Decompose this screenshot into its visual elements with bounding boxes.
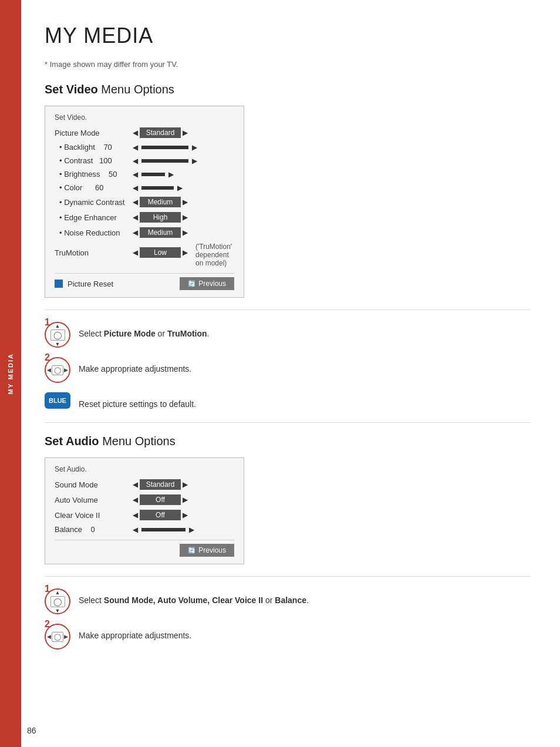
noise-reduction-label: • Noise Reduction [55,228,131,237]
set-video-step-2: 2 ◀ ◯ ▶ Make appropriate adjustments. [45,357,531,383]
balance-slider [141,528,185,531]
set-video-step-2-text: Make appropriate adjustments. [79,357,191,375]
picture-mode-label: Picture Mode [55,129,131,137]
balance-label: Balance 0 [55,525,131,534]
audio-left-right-icon: ◀ ◯ ▶ [47,632,68,642]
set-video-steps: 1 ▲ ◯ ▼ Select Picture Mode or TruMotion… [45,322,531,410]
contrast-slider [141,159,188,163]
divider-1 [45,309,531,310]
brightness-right-arrow[interactable]: ▶ [167,170,176,179]
previous-label: Previous [198,280,226,288]
dynamic-contrast-left-arrow[interactable]: ◀ [131,198,140,206]
trumotion-row-wrapper: TruMotion ◀ Low ▶ ('TruMotion' dependent… [55,243,234,267]
contrast-row: • Contrast 100 ◀ ▶ [55,156,234,165]
edge-enhancer-row: • Edge Enhancer ◀ High ▶ [55,212,234,223]
clear-voice-left-arrow[interactable]: ◀ [131,511,140,519]
dynamic-contrast-label: • Dynamic Contrast [55,198,131,207]
balance-left-arrow[interactable]: ◀ [131,526,140,534]
picture-mode-value: Standard [140,127,181,138]
noise-reduction-value: Medium [140,227,181,238]
set-video-previous-button[interactable]: 🔄 Previous [180,277,234,290]
sound-mode-value: Standard [140,479,181,490]
noise-reduction-row: • Noise Reduction ◀ Medium ▶ [55,227,234,238]
picture-mode-right-arrow[interactable]: ▶ [181,129,190,137]
auto-volume-row: Auto Volume ◀ Off ▶ [55,494,234,505]
blue-square-icon [55,280,63,288]
trumotion-left-arrow[interactable]: ◀ [131,248,140,257]
set-audio-step-2: 2 ◀ ◯ ▶ Make appropriate adjustments. [45,624,531,650]
backlight-slider [141,146,188,149]
auto-volume-right-arrow[interactable]: ▶ [181,496,190,504]
main-content: MY MEDIA * Image shown may differ from y… [21,0,560,682]
noise-reduction-left-arrow[interactable]: ◀ [131,228,140,237]
backlight-label: • Backlight 70 [55,143,131,152]
trumotion-right-arrow[interactable]: ▶ [181,248,190,257]
brightness-slider [141,173,165,176]
trumotion-value: Low [140,247,181,258]
previous-icon: 🔄 [188,280,196,288]
sidebar: MY MEDIA [0,0,21,747]
balance-right-arrow[interactable]: ▶ [187,526,196,534]
set-video-menu-box: Set Video. Picture Mode ◀ Standard ▶ • B… [45,106,244,298]
step-1-icon: 1 ▲ ◯ ▼ [45,322,70,348]
set-audio-steps: 1 ▲ ◯ ▼ Select Sound Mode, Auto Volume, … [45,588,531,650]
set-audio-step-1: 1 ▲ ◯ ▼ Select Sound Mode, Auto Volume, … [45,588,531,614]
set-video-section-title: Set Video Menu Options [45,83,531,96]
color-label: • Color 60 [55,183,131,192]
color-left-arrow[interactable]: ◀ [131,184,140,192]
clear-voice-row: Clear Voice II ◀ Off ▶ [55,510,234,520]
backlight-row: • Backlight 70 ◀ ▶ [55,143,234,152]
sound-mode-label: Sound Mode [55,480,131,489]
sound-mode-left-arrow[interactable]: ◀ [131,480,140,489]
set-video-step-blue-text: Reset picture settings to default. [79,392,196,410]
page-number: 86 [21,726,36,735]
contrast-label: • Contrast 100 [55,156,131,165]
sound-mode-row: Sound Mode ◀ Standard ▶ [55,479,234,490]
edge-enhancer-value: High [140,212,181,223]
picture-mode-left-arrow[interactable]: ◀ [131,129,140,137]
trumotion-label: TruMotion [55,248,131,257]
disclaimer: * Image shown may differ from your TV. [45,60,531,69]
picture-reset-label: Picture Reset [68,280,180,288]
set-audio-menu-title: Set Audio. [55,465,234,473]
set-audio-footer: 🔄 Previous [55,540,234,557]
set-audio-menu-box: Set Audio. Sound Mode ◀ Standard ▶ Auto … [45,457,244,564]
audio-previous-label: Previous [198,546,226,554]
noise-reduction-right-arrow[interactable]: ▶ [181,228,190,237]
color-right-arrow[interactable]: ▶ [176,184,184,192]
sound-mode-right-arrow[interactable]: ▶ [181,480,190,489]
previous-icon-audio: 🔄 [188,547,196,554]
backlight-right-arrow[interactable]: ▶ [190,143,199,152]
blue-button-icon: BLUE [45,392,70,409]
left-right-icon: ◀ ◯ ▶ [47,365,68,375]
set-audio-step-1-text: Select Sound Mode, Auto Volume, Clear Vo… [79,588,309,607]
divider-2 [45,422,531,423]
color-row: • Color 60 ◀ ▶ [55,183,234,192]
divider-3 [45,576,531,577]
step-2-icon: 2 ◀ ◯ ▶ [45,357,70,383]
set-video-step-1: 1 ▲ ◯ ▼ Select Picture Mode or TruMotion… [45,322,531,348]
set-video-footer: Picture Reset 🔄 Previous [55,273,234,290]
set-video-step-blue: BLUE Reset picture settings to default. [45,392,531,410]
clear-voice-right-arrow[interactable]: ▶ [181,511,190,519]
page-title: MY MEDIA [45,23,531,48]
clear-voice-value: Off [140,510,181,520]
set-audio-step-2-text: Make appropriate adjustments. [79,624,191,642]
dynamic-contrast-right-arrow[interactable]: ▶ [181,198,190,206]
set-audio-previous-button[interactable]: 🔄 Previous [180,544,234,557]
balance-row: Balance 0 ◀ ▶ [55,525,234,534]
edge-enhancer-left-arrow[interactable]: ◀ [131,213,140,221]
contrast-right-arrow[interactable]: ▶ [190,157,199,165]
brightness-label: • Brightness 50 [55,170,131,179]
trumotion-row: TruMotion ◀ Low ▶ [55,247,190,258]
set-audio-section-title: Set Audio Menu Options [45,435,531,448]
contrast-left-arrow[interactable]: ◀ [131,157,140,165]
picture-mode-row: Picture Mode ◀ Standard ▶ [55,127,234,138]
brightness-left-arrow[interactable]: ◀ [131,170,140,179]
auto-volume-left-arrow[interactable]: ◀ [131,496,140,504]
auto-volume-value: Off [140,494,181,505]
trumotion-note: ('TruMotion' dependent on model) [195,243,234,267]
backlight-left-arrow[interactable]: ◀ [131,143,140,152]
brightness-row: • Brightness 50 ◀ ▶ [55,170,234,179]
edge-enhancer-right-arrow[interactable]: ▶ [181,213,190,221]
